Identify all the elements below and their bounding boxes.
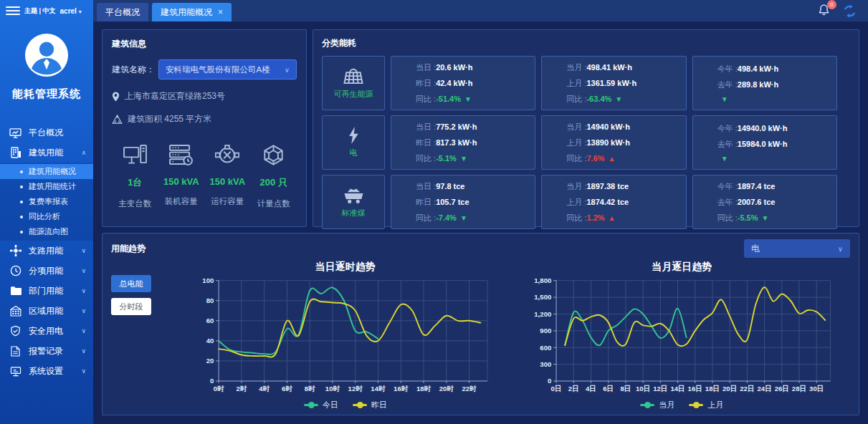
stat-card: 当日 : 20.6 kW·h昨日 : 42.4 kW·h同比 : -51.4%▼ xyxy=(391,56,535,110)
trend-button-1[interactable]: 分时段 xyxy=(111,298,151,315)
theme-language-switcher[interactable]: 主题 | 中文 xyxy=(24,6,56,16)
stat-value: 13890 kW·h xyxy=(586,138,630,147)
svg-text:20时: 20时 xyxy=(439,385,454,392)
stat-card: 当月 : 498.41 kW·h上月 : 1361.59 kW·h同比 : -6… xyxy=(541,56,686,110)
legend-line-icon xyxy=(689,404,703,406)
sidebar-item-label: 安全用电 xyxy=(29,325,63,337)
submenu-item[interactable]: 复费率报表 xyxy=(0,194,93,209)
legend-item-昨日[interactable]: 昨日 xyxy=(353,400,387,410)
tab-close-icon[interactable]: × xyxy=(218,8,223,16)
svg-text:2时: 2时 xyxy=(236,385,247,392)
topbar: 平台概况建筑用能概况× 0 xyxy=(93,0,868,21)
hourly-trend-chart: 当日逐时趋势0204060801000时2时4时6时8时10时12时14时16时… xyxy=(177,258,514,410)
stat-line: 去年 : 289.8 kW·h xyxy=(717,80,836,90)
trend-button-0[interactable]: 总电能 xyxy=(111,275,151,292)
daily-trend-chart: 当月逐日趋势03006009001,2001,5001,8000日2日4日6日8… xyxy=(514,258,851,410)
stat-value: 20.6 kW·h xyxy=(436,63,472,72)
stat-label: 今年 : xyxy=(717,181,738,192)
tab-platform-overview[interactable]: 平台概况 xyxy=(97,3,148,21)
svg-text:10日: 10日 xyxy=(636,385,650,392)
solar-icon xyxy=(343,67,364,85)
stat-line: 当日 : 775.2 kW·h xyxy=(416,122,535,132)
category-energy-title: 分类能耗 xyxy=(322,37,837,49)
stat-line: 同比 : -63.4%▼ xyxy=(566,94,685,105)
sidebar-item-2[interactable]: 支路用能∨ xyxy=(0,241,93,261)
stat-line: 同比 : 7.6%▲ xyxy=(566,153,685,164)
submenu-item[interactable]: 同比分析 xyxy=(0,209,93,224)
submenu-item[interactable]: 建筑用能统计 xyxy=(0,179,93,194)
mesh-icon xyxy=(251,143,297,165)
trend-down-icon: ▼ xyxy=(464,95,472,103)
category-name: 电 xyxy=(350,148,358,158)
legend-dot-icon xyxy=(644,402,651,408)
stat-value: 2007.6 tce xyxy=(738,198,776,206)
legend-item-当月[interactable]: 当月 xyxy=(640,400,674,410)
category-icon-cell: 标准煤 xyxy=(322,175,385,229)
category-name: 可再生能源 xyxy=(334,89,373,100)
svg-text:0时: 0时 xyxy=(213,385,224,392)
submenu-item-label: 复费率报表 xyxy=(29,196,68,207)
stat-line: 上月 : 1361.59 kW·h xyxy=(566,78,685,89)
legend-item-今日[interactable]: 今日 xyxy=(304,400,338,410)
sidebar-item-8[interactable]: 系统设置∨ xyxy=(0,361,93,381)
sidebar-item-5[interactable]: 区域用能∨ xyxy=(0,301,93,321)
stat-label: 同比 : xyxy=(566,213,586,223)
energy-type-select[interactable]: 电 ∨ xyxy=(744,239,850,258)
sidebar-item-6[interactable]: 安全用电∨ xyxy=(0,321,93,341)
stat-line: ▼ xyxy=(717,155,836,163)
tab-building-energy-overview[interactable]: 建筑用能概况× xyxy=(152,3,232,21)
sidebar-item-1[interactable]: 建筑用能∧ xyxy=(0,143,93,163)
submenu-item[interactable]: 能源流向图 xyxy=(0,224,93,239)
legend-item-上月[interactable]: 上月 xyxy=(689,400,723,410)
chevron-down-icon: ∨ xyxy=(838,245,843,253)
stat-line: 去年 : 2007.6 tce xyxy=(717,197,836,208)
sidebar-item-3[interactable]: 分项用能∨ xyxy=(0,261,93,281)
stat-card: 当日 : 775.2 kW·h昨日 : 817.3 kW·h同比 : -5.1%… xyxy=(391,115,535,170)
svg-text:22时: 22时 xyxy=(462,385,477,392)
stat-value: 7.6% xyxy=(586,154,604,163)
stat-card: 当月 : 1897.38 tce上月 : 1874.42 tce同比 : 1.2… xyxy=(541,175,686,229)
refresh-icon[interactable] xyxy=(843,5,857,17)
stat-label: 去年 : xyxy=(717,80,738,90)
category-row: 可再生能源当日 : 20.6 kW·h昨日 : 42.4 kW·h同比 : -5… xyxy=(322,56,837,110)
hamburger-menu-icon[interactable] xyxy=(6,6,20,16)
notification-bell-icon[interactable]: 0 xyxy=(818,4,830,19)
svg-text:0: 0 xyxy=(548,377,551,385)
stat-line: 今年 : 498.4 kW·h xyxy=(717,64,836,74)
gauge-icon xyxy=(9,265,22,277)
stat-value: -51.4% xyxy=(436,95,461,103)
stat-line: 当日 : 97.8 tce xyxy=(416,181,535,192)
svg-text:2日: 2日 xyxy=(568,385,579,392)
sidebar-item-4[interactable]: 部门用能∨ xyxy=(0,281,93,301)
building-stat-label: 计量点数 xyxy=(251,198,297,209)
stat-value: -5.1% xyxy=(436,154,457,163)
chart-title: 当月逐日趋势 xyxy=(652,261,712,274)
submenu-item-active[interactable]: 建筑用能概况 xyxy=(0,164,93,179)
monitor-icon xyxy=(9,127,22,139)
chart-legend: 今日昨日 xyxy=(304,400,387,410)
trend-down-icon: ▼ xyxy=(615,95,622,103)
legend-dot-icon xyxy=(308,402,315,408)
building-stat: 1台主变台数 xyxy=(112,143,158,209)
chevron-down-icon: ∨ xyxy=(81,327,86,334)
stat-line: 当月 : 14940 kW·h xyxy=(566,122,685,132)
user-menu[interactable]: acrel ▾ xyxy=(60,7,82,15)
svg-text:14时: 14时 xyxy=(371,385,386,392)
tab-bar: 平台概况建筑用能概况× xyxy=(97,0,232,21)
sidebar-item-7[interactable]: 报警记录∨ xyxy=(0,341,93,361)
chevron-down-icon: ∨ xyxy=(81,287,86,294)
stat-label: 同比 : xyxy=(416,153,436,164)
bolt-icon xyxy=(348,127,359,144)
bullet-icon xyxy=(20,201,23,203)
legend-line-icon xyxy=(304,404,318,406)
svg-text:28日: 28日 xyxy=(792,385,806,392)
building-name-select[interactable]: 安科瑞电气股份有限公司A楼 ∨ xyxy=(158,59,297,80)
stat-card: 当月 : 14940 kW·h上月 : 13890 kW·h同比 : 7.6%▲ xyxy=(541,115,686,170)
sidebar-item-0[interactable]: 平台概况 xyxy=(0,122,93,143)
chevron-down-icon: ∨ xyxy=(81,247,86,254)
building-address: 上海市嘉定区育绿路253号 xyxy=(125,90,225,102)
stat-value: 289.8 kW·h xyxy=(738,80,778,89)
svg-text:18日: 18日 xyxy=(705,385,720,392)
stat-label: 上月 : xyxy=(566,138,586,148)
stat-line: 去年 : 15984.0 kW·h xyxy=(717,139,836,150)
